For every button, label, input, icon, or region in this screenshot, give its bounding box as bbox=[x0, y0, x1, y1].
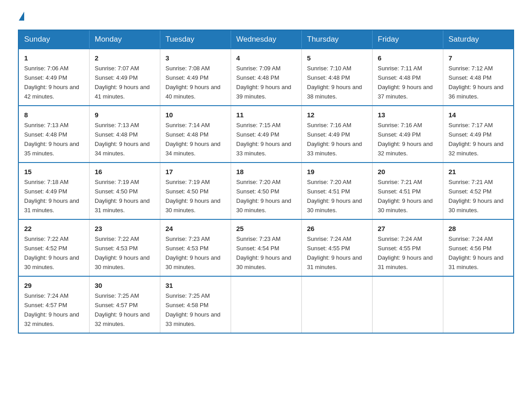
day-info: Sunrise: 7:07 AMSunset: 4:49 PMDaylight:… bbox=[95, 65, 150, 100]
calendar-cell: 19Sunrise: 7:20 AMSunset: 4:51 PMDayligh… bbox=[301, 163, 372, 219]
day-number: 21 bbox=[449, 167, 508, 177]
weekday-header: Monday bbox=[89, 30, 160, 49]
calendar-week-row: 29Sunrise: 7:24 AMSunset: 4:57 PMDayligh… bbox=[18, 276, 514, 333]
weekday-header-row: SundayMondayTuesdayWednesdayThursdayFrid… bbox=[18, 30, 514, 49]
calendar-cell: 18Sunrise: 7:20 AMSunset: 4:50 PMDayligh… bbox=[231, 163, 301, 219]
weekday-header: Wednesday bbox=[231, 30, 301, 49]
day-info: Sunrise: 7:13 AMSunset: 4:48 PMDaylight:… bbox=[24, 122, 79, 157]
day-info: Sunrise: 7:15 AMSunset: 4:49 PMDaylight:… bbox=[236, 122, 292, 157]
day-number: 13 bbox=[378, 110, 438, 120]
weekday-header: Friday bbox=[372, 30, 443, 49]
day-number: 16 bbox=[95, 167, 154, 177]
calendar-cell: 5Sunrise: 7:10 AMSunset: 4:48 PMDaylight… bbox=[301, 49, 372, 106]
calendar-cell: 25Sunrise: 7:23 AMSunset: 4:54 PMDayligh… bbox=[231, 219, 301, 276]
day-info: Sunrise: 7:16 AMSunset: 4:49 PMDaylight:… bbox=[307, 122, 362, 157]
day-number: 15 bbox=[24, 167, 84, 177]
day-number: 7 bbox=[449, 53, 508, 63]
calendar-body: 1Sunrise: 7:06 AMSunset: 4:49 PMDaylight… bbox=[18, 49, 514, 333]
day-number: 23 bbox=[95, 223, 154, 234]
calendar-cell: 28Sunrise: 7:24 AMSunset: 4:56 PMDayligh… bbox=[443, 219, 514, 276]
day-info: Sunrise: 7:10 AMSunset: 4:48 PMDaylight:… bbox=[307, 65, 362, 100]
day-info: Sunrise: 7:20 AMSunset: 4:51 PMDaylight:… bbox=[307, 179, 362, 214]
day-info: Sunrise: 7:21 AMSunset: 4:51 PMDaylight:… bbox=[378, 179, 433, 214]
calendar-cell: 31Sunrise: 7:25 AMSunset: 4:58 PMDayligh… bbox=[160, 276, 231, 333]
calendar-cell: 1Sunrise: 7:06 AMSunset: 4:49 PMDaylight… bbox=[18, 49, 89, 106]
day-number: 22 bbox=[24, 223, 84, 234]
day-info: Sunrise: 7:24 AMSunset: 4:55 PMDaylight:… bbox=[378, 235, 433, 270]
day-number: 17 bbox=[166, 167, 225, 177]
calendar-cell: 15Sunrise: 7:18 AMSunset: 4:49 PMDayligh… bbox=[18, 163, 89, 219]
day-number: 27 bbox=[378, 223, 438, 234]
calendar-cell: 10Sunrise: 7:14 AMSunset: 4:48 PMDayligh… bbox=[160, 106, 231, 163]
calendar-cell bbox=[443, 276, 514, 333]
day-info: Sunrise: 7:23 AMSunset: 4:54 PMDaylight:… bbox=[236, 235, 292, 270]
day-info: Sunrise: 7:18 AMSunset: 4:49 PMDaylight:… bbox=[24, 179, 79, 214]
calendar-table: SundayMondayTuesdayWednesdayThursdayFrid… bbox=[18, 30, 514, 334]
day-number: 4 bbox=[236, 53, 296, 63]
calendar-header: SundayMondayTuesdayWednesdayThursdayFrid… bbox=[18, 30, 514, 49]
calendar-cell bbox=[372, 276, 443, 333]
calendar-cell: 20Sunrise: 7:21 AMSunset: 4:51 PMDayligh… bbox=[372, 163, 443, 219]
calendar-cell: 22Sunrise: 7:22 AMSunset: 4:52 PMDayligh… bbox=[18, 219, 89, 276]
calendar-cell: 7Sunrise: 7:12 AMSunset: 4:48 PMDaylight… bbox=[443, 49, 514, 106]
calendar-cell: 2Sunrise: 7:07 AMSunset: 4:49 PMDaylight… bbox=[89, 49, 160, 106]
day-number: 11 bbox=[236, 110, 296, 120]
day-info: Sunrise: 7:17 AMSunset: 4:49 PMDaylight:… bbox=[449, 122, 504, 157]
calendar-cell: 21Sunrise: 7:21 AMSunset: 4:52 PMDayligh… bbox=[443, 163, 514, 219]
day-number: 6 bbox=[378, 53, 438, 63]
calendar-cell: 4Sunrise: 7:09 AMSunset: 4:48 PMDaylight… bbox=[231, 49, 301, 106]
calendar-cell: 16Sunrise: 7:19 AMSunset: 4:50 PMDayligh… bbox=[89, 163, 160, 219]
day-number: 1 bbox=[24, 53, 84, 63]
day-info: Sunrise: 7:24 AMSunset: 4:55 PMDaylight:… bbox=[307, 235, 362, 270]
day-number: 24 bbox=[166, 223, 225, 234]
day-info: Sunrise: 7:24 AMSunset: 4:57 PMDaylight:… bbox=[24, 292, 79, 327]
calendar-cell: 27Sunrise: 7:24 AMSunset: 4:55 PMDayligh… bbox=[372, 219, 443, 276]
day-info: Sunrise: 7:19 AMSunset: 4:50 PMDaylight:… bbox=[95, 179, 150, 214]
day-number: 25 bbox=[236, 223, 296, 234]
day-info: Sunrise: 7:09 AMSunset: 4:48 PMDaylight:… bbox=[236, 65, 292, 100]
day-number: 8 bbox=[24, 110, 84, 120]
calendar-cell: 3Sunrise: 7:08 AMSunset: 4:49 PMDaylight… bbox=[160, 49, 231, 106]
calendar-week-row: 1Sunrise: 7:06 AMSunset: 4:49 PMDaylight… bbox=[18, 49, 514, 106]
day-number: 26 bbox=[307, 223, 367, 234]
calendar-cell: 13Sunrise: 7:16 AMSunset: 4:49 PMDayligh… bbox=[372, 106, 443, 163]
day-number: 10 bbox=[166, 110, 225, 120]
day-info: Sunrise: 7:19 AMSunset: 4:50 PMDaylight:… bbox=[166, 179, 221, 214]
calendar-cell: 14Sunrise: 7:17 AMSunset: 4:49 PMDayligh… bbox=[443, 106, 514, 163]
day-number: 20 bbox=[378, 167, 438, 177]
calendar-cell: 24Sunrise: 7:23 AMSunset: 4:53 PMDayligh… bbox=[160, 219, 231, 276]
day-number: 29 bbox=[24, 280, 84, 291]
calendar-cell: 29Sunrise: 7:24 AMSunset: 4:57 PMDayligh… bbox=[18, 276, 89, 333]
day-number: 3 bbox=[166, 53, 225, 63]
calendar-cell: 9Sunrise: 7:13 AMSunset: 4:48 PMDaylight… bbox=[89, 106, 160, 163]
calendar-cell: 8Sunrise: 7:13 AMSunset: 4:48 PMDaylight… bbox=[18, 106, 89, 163]
day-info: Sunrise: 7:12 AMSunset: 4:48 PMDaylight:… bbox=[449, 65, 504, 100]
calendar-cell bbox=[231, 276, 301, 333]
day-number: 14 bbox=[449, 110, 508, 120]
day-info: Sunrise: 7:22 AMSunset: 4:53 PMDaylight:… bbox=[95, 235, 150, 270]
day-info: Sunrise: 7:23 AMSunset: 4:53 PMDaylight:… bbox=[166, 235, 221, 270]
day-number: 19 bbox=[307, 167, 367, 177]
day-info: Sunrise: 7:16 AMSunset: 4:49 PMDaylight:… bbox=[378, 122, 433, 157]
calendar-cell: 30Sunrise: 7:25 AMSunset: 4:57 PMDayligh… bbox=[89, 276, 160, 333]
calendar-week-row: 22Sunrise: 7:22 AMSunset: 4:52 PMDayligh… bbox=[18, 219, 514, 276]
day-number: 28 bbox=[449, 223, 508, 234]
day-info: Sunrise: 7:22 AMSunset: 4:52 PMDaylight:… bbox=[24, 235, 79, 270]
calendar-cell: 11Sunrise: 7:15 AMSunset: 4:49 PMDayligh… bbox=[231, 106, 301, 163]
calendar-cell: 6Sunrise: 7:11 AMSunset: 4:48 PMDaylight… bbox=[372, 49, 443, 106]
day-info: Sunrise: 7:14 AMSunset: 4:48 PMDaylight:… bbox=[166, 122, 221, 157]
day-number: 2 bbox=[95, 53, 154, 63]
calendar-week-row: 8Sunrise: 7:13 AMSunset: 4:48 PMDaylight… bbox=[18, 106, 514, 163]
weekday-header: Tuesday bbox=[160, 30, 231, 49]
day-number: 12 bbox=[307, 110, 367, 120]
calendar-week-row: 15Sunrise: 7:18 AMSunset: 4:49 PMDayligh… bbox=[18, 163, 514, 219]
day-number: 31 bbox=[166, 280, 225, 291]
day-number: 30 bbox=[95, 280, 154, 291]
day-info: Sunrise: 7:25 AMSunset: 4:58 PMDaylight:… bbox=[166, 292, 221, 327]
calendar-cell: 12Sunrise: 7:16 AMSunset: 4:49 PMDayligh… bbox=[301, 106, 372, 163]
day-info: Sunrise: 7:21 AMSunset: 4:52 PMDaylight:… bbox=[449, 179, 504, 214]
day-number: 5 bbox=[307, 53, 367, 63]
weekday-header: Thursday bbox=[301, 30, 372, 49]
calendar-cell: 23Sunrise: 7:22 AMSunset: 4:53 PMDayligh… bbox=[89, 219, 160, 276]
weekday-header: Sunday bbox=[18, 30, 89, 49]
